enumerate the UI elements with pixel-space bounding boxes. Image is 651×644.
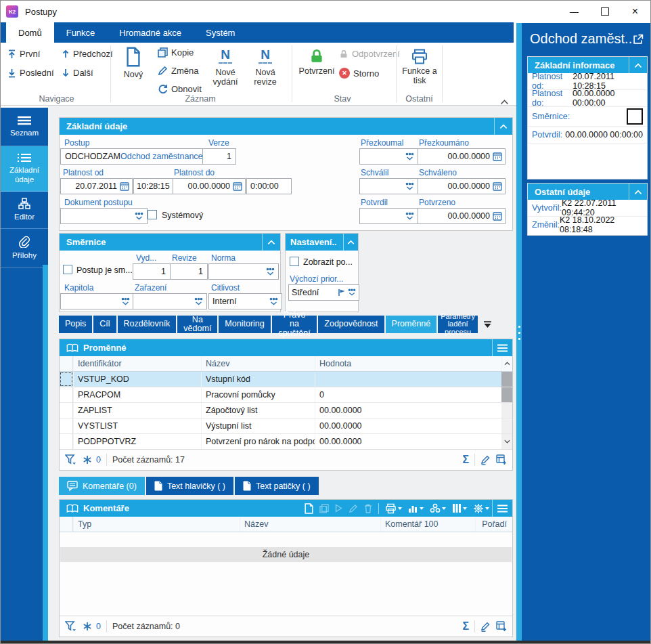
freeze-icon[interactable]	[83, 622, 92, 631]
tab-na-vedomi[interactable]: Na vědomí	[177, 316, 217, 333]
revize-field[interactable]: 1	[170, 263, 208, 280]
zarazeni-combo[interactable]	[133, 293, 207, 309]
table-row[interactable]: VYSTLIST Výstupní list 00.00.0000	[60, 418, 512, 434]
edit-pencil-icon[interactable]	[480, 622, 491, 632]
schvalil-combo[interactable]	[359, 178, 418, 194]
workflow-icon[interactable]	[430, 503, 446, 513]
print-icon[interactable]	[385, 503, 402, 514]
settings-gear-icon[interactable]	[473, 503, 489, 514]
tab-popis[interactable]: Popis	[59, 316, 92, 333]
calendar-icon[interactable]	[493, 152, 502, 161]
collapse-card-button[interactable]	[629, 184, 647, 200]
platnost-od-time-field[interactable]: 10:28:15	[133, 178, 173, 194]
chart-icon[interactable]	[408, 503, 424, 513]
vydani-field[interactable]: 1	[133, 263, 171, 280]
tab-zodpovednost[interactable]: Zodpovědnost	[318, 316, 384, 333]
table-row[interactable]: VSTUP_KOD Vstupní kód	[60, 372, 512, 387]
new-comment-icon[interactable]	[305, 503, 313, 514]
column-hodnota[interactable]: Hodnota	[315, 356, 501, 371]
collapse-panel-button[interactable]	[262, 234, 280, 251]
column-nazev[interactable]: Název	[201, 356, 315, 371]
functions-print-button[interactable]: Funkce a tisk	[400, 48, 439, 86]
tab-monitoring[interactable]: Monitoring	[219, 316, 270, 333]
potvrdil-combo[interactable]	[359, 208, 418, 224]
tab-rozdelovnik[interactable]: Rozdělovník	[118, 316, 177, 333]
table-row[interactable]: PRACPOM Pracovní pomůcky 0	[60, 387, 512, 403]
filter-icon[interactable]	[65, 454, 76, 465]
tab-text-paticky[interactable]: Text patičky ( )	[235, 477, 319, 495]
add-table-icon[interactable]	[496, 621, 507, 632]
priorita-combo[interactable]: Střední	[288, 284, 359, 301]
collapse-panel-button[interactable]	[494, 118, 512, 135]
postup-combo[interactable]: ODCHODZAM Odchod zaměstnance	[60, 148, 209, 165]
open-external-icon[interactable]	[633, 34, 644, 45]
calendar-icon[interactable]	[493, 181, 502, 191]
column-identifikator[interactable]: Identifikátor	[73, 356, 201, 371]
tab-cil[interactable]: Cíl	[93, 316, 116, 333]
filter-icon[interactable]	[65, 621, 76, 632]
scroll-up-button[interactable]	[501, 356, 512, 371]
collapse-panel-button[interactable]	[343, 234, 358, 251]
tab-text-hlavicky[interactable]: Text hlavičky ( )	[146, 477, 233, 495]
prezkoumano-date-field[interactable]: 00.00.0000	[418, 148, 506, 165]
change-button[interactable]: Změna	[158, 66, 198, 76]
calendar-icon[interactable]	[493, 211, 502, 221]
copy-button[interactable]: Kopie	[158, 47, 194, 58]
scroll-down-button[interactable]	[501, 434, 512, 449]
tab-overflow-button[interactable]	[483, 316, 492, 333]
sum-icon[interactable]: Σ	[462, 454, 469, 466]
systemovy-checkbox[interactable]	[148, 210, 157, 219]
next-record-button[interactable]: Další	[62, 68, 93, 78]
ribbon-tab-system[interactable]: Systém	[194, 22, 247, 43]
sum-icon[interactable]: Σ	[462, 620, 469, 632]
verze-field[interactable]: 1	[202, 148, 236, 165]
prezkoumal-combo[interactable]	[359, 148, 418, 165]
tab-promenne[interactable]: Proměnné	[386, 316, 437, 333]
panel-splitter[interactable]	[516, 23, 522, 641]
sidebar-item-seznam[interactable]: Seznam	[1, 108, 48, 146]
platnost-od-date-field[interactable]: 20.07.2011	[60, 178, 133, 194]
minimize-button[interactable]: —	[559, 1, 589, 22]
new-revision-button[interactable]: N Nová revize	[247, 48, 284, 87]
new-record-button[interactable]: Nový	[117, 47, 150, 79]
freeze-icon[interactable]	[83, 455, 92, 465]
kapitola-combo[interactable]	[60, 293, 134, 309]
sidebar-item-editor[interactable]: Editor	[1, 192, 48, 229]
first-record-button[interactable]: První	[7, 49, 40, 59]
scrollbar-track[interactable]	[501, 418, 512, 433]
confirm-button[interactable]: Potvrzení	[297, 48, 336, 76]
refresh-button[interactable]: Obnovit	[158, 84, 202, 94]
tab-komentare[interactable]: Komentáře (0)	[59, 477, 145, 495]
zobrazit-checkbox[interactable]	[290, 257, 299, 266]
scrollbar-thumb[interactable]	[501, 387, 512, 402]
platnost-do-date-field[interactable]: 00.00.0000	[173, 178, 246, 194]
collapse-card-button[interactable]	[629, 57, 647, 74]
sidebar-item-prilohy[interactable]: Přílohy	[1, 229, 48, 267]
citlivost-combo[interactable]: Interní	[208, 293, 282, 309]
previous-record-button[interactable]: Předchozí	[62, 49, 113, 59]
dokument-postupu-combo[interactable]	[60, 208, 148, 224]
grid-menu-button[interactable]	[492, 339, 512, 356]
platnost-do-time-field[interactable]: 0:00:00	[246, 178, 292, 194]
norma-combo[interactable]	[208, 263, 279, 280]
column-nazev[interactable]: Název	[240, 517, 380, 532]
schvaleno-date-field[interactable]: 00.00.0000	[418, 178, 506, 194]
close-button[interactable]: ×	[620, 1, 650, 22]
scrollbar-track[interactable]	[501, 403, 512, 418]
table-row[interactable]: ZAPLIST Zápočtový list 00.00.0000	[60, 403, 512, 418]
tab-pravo-na-spusteni[interactable]: Právo na spuštění	[272, 316, 317, 333]
edit-pencil-icon[interactable]	[480, 455, 491, 465]
column-typ[interactable]: Typ	[73, 517, 240, 532]
ribbon-tab-funkce[interactable]: Funkce	[54, 22, 108, 43]
calendar-icon[interactable]	[233, 181, 242, 191]
scrollbar-thumb[interactable]	[501, 372, 512, 387]
postup-je-smernici-checkbox[interactable]	[63, 265, 72, 274]
tab-parametry-ladeni[interactable]: Parametry ladění procesu	[438, 316, 478, 333]
calendar-icon[interactable]	[120, 181, 129, 191]
potvrzeno-date-field[interactable]: 00.00.0000	[418, 208, 506, 224]
smernice-checkbox[interactable]	[627, 108, 643, 125]
ribbon-tab-domu[interactable]: Domů	[6, 22, 54, 43]
ribbon-tab-hromadne-akce[interactable]: Hromadné akce	[107, 22, 194, 43]
table-row[interactable]: PODPPOTVRZ Potvrzení pro nárok na podpor…	[60, 434, 512, 450]
last-record-button[interactable]: Poslední	[7, 68, 54, 78]
